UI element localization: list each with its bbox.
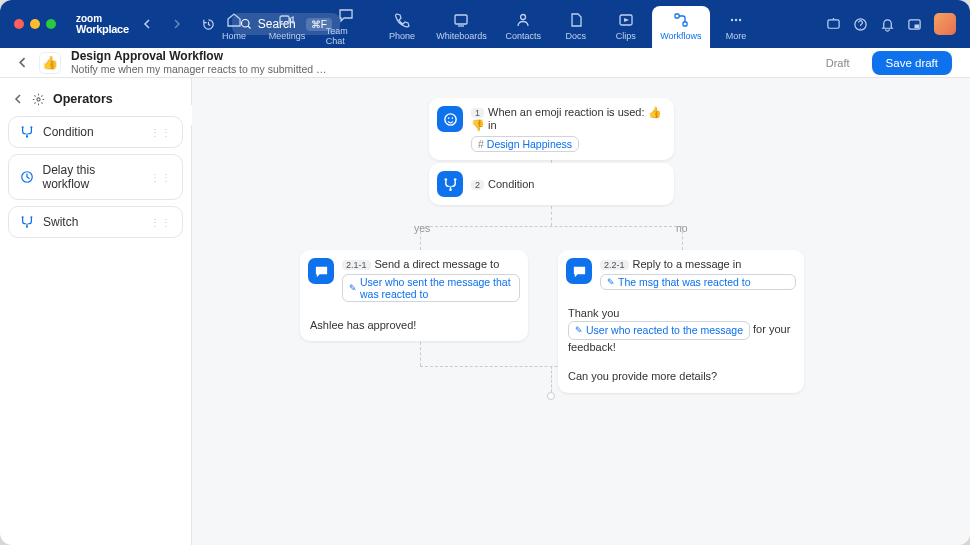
channel-chip[interactable]: #Design Happiness [471, 136, 579, 152]
window-controls [14, 19, 56, 29]
logo-bottom: Workplace [76, 24, 129, 35]
message-body: Thank you ✎User who reacted to the messa… [566, 306, 796, 355]
svg-point-27 [449, 188, 451, 190]
home-icon [226, 12, 242, 28]
nav-teamchat[interactable]: Team Chat [316, 6, 376, 48]
step-number: 1 [471, 108, 484, 118]
nav-meetings[interactable]: Meetings [260, 6, 314, 48]
branch-yes-label: yes [414, 222, 430, 234]
close-window[interactable] [14, 19, 24, 29]
svg-point-9 [739, 18, 741, 20]
svg-point-8 [735, 18, 737, 20]
condition-node[interactable]: 2Condition [429, 163, 674, 205]
action-title: 2.2-1Reply to a message in [600, 258, 796, 270]
svg-point-7 [731, 18, 733, 20]
branch-icon [19, 125, 35, 139]
operator-delay[interactable]: Delay this workflow ⋮⋮ [8, 154, 183, 200]
chat-icon [338, 7, 354, 23]
message-icon [566, 258, 592, 284]
branch-no-label: no [676, 222, 688, 234]
nav-contacts[interactable]: Contacts [497, 6, 550, 48]
top-nav: Home Meetings Team Chat Phone Whiteboard… [210, 0, 760, 48]
workflow-header: 👍 Design Approval Workflow Notify me whe… [0, 48, 970, 78]
svg-point-16 [30, 126, 32, 128]
chevron-left-icon[interactable] [14, 94, 24, 104]
nav-home[interactable]: Home [210, 6, 258, 48]
workflow-canvas[interactable]: 1When an emoji reaction is used: 👍 👎 in … [192, 78, 970, 545]
back-button[interactable] [18, 57, 29, 68]
operator-switch[interactable]: Switch ⋮⋮ [8, 206, 183, 238]
logo-top: zoom [76, 14, 129, 24]
save-draft-button[interactable]: Save draft [872, 51, 952, 75]
svg-point-24 [451, 117, 453, 119]
operator-label: Switch [43, 215, 78, 229]
workflow-subtitle: Notify me when my manager reacts to my s… [71, 63, 327, 75]
nav-workflows[interactable]: Workflows [652, 6, 710, 48]
user-variable-chip[interactable]: ✎User who reacted to the message [568, 321, 750, 340]
operator-condition[interactable]: Condition ⋮⋮ [8, 116, 183, 148]
bell-icon[interactable] [880, 17, 895, 32]
svg-point-14 [37, 97, 40, 100]
emoji-reaction-icon [437, 106, 463, 132]
app-logo: zoom Workplace [76, 14, 129, 35]
drag-handle-icon: ⋮⋮ [150, 217, 172, 228]
svg-point-19 [22, 216, 24, 218]
svg-point-15 [22, 126, 24, 128]
nav-docs[interactable]: Docs [552, 6, 600, 48]
user-avatar[interactable] [934, 13, 956, 35]
action-reply[interactable]: 2.2-1Reply to a message in ✎The msg that… [558, 250, 804, 393]
trigger-text: 1When an emoji reaction is used: 👍 👎 in [471, 106, 666, 132]
message-icon [308, 258, 334, 284]
svg-rect-13 [915, 24, 920, 28]
maximize-window[interactable] [46, 19, 56, 29]
docs-icon [568, 12, 584, 28]
sidebar-title: Operators [53, 92, 113, 106]
drag-handle-icon: ⋮⋮ [150, 127, 172, 138]
svg-rect-1 [280, 16, 289, 24]
message-body-line2: Can you provide more details? [566, 369, 796, 384]
trigger-node[interactable]: 1When an emoji reaction is used: 👍 👎 in … [429, 98, 674, 160]
workflow-emoji-icon[interactable]: 👍 [39, 52, 61, 74]
nav-forward[interactable] [167, 19, 185, 29]
connector [551, 206, 552, 226]
app-window: zoom Workplace Search ⌘F Home Meetings [0, 0, 970, 545]
miniplayer-icon[interactable] [907, 17, 922, 32]
svg-point-21 [26, 226, 28, 228]
nav-phone[interactable]: Phone [378, 6, 426, 48]
gear-icon[interactable] [32, 93, 45, 106]
step-number: 2.1-1 [342, 260, 371, 270]
message-variable-chip[interactable]: ✎The msg that was reacted to [600, 274, 796, 290]
workflows-icon [673, 12, 689, 28]
user-variable-chip[interactable]: ✎User who sent the message that was reac… [342, 274, 520, 302]
svg-point-23 [447, 117, 449, 119]
svg-point-25 [444, 178, 446, 180]
help-icon[interactable] [853, 17, 868, 32]
minimize-window[interactable] [30, 19, 40, 29]
nav-whiteboards[interactable]: Whiteboards [428, 6, 495, 48]
draft-status: Draft [826, 57, 850, 69]
operator-label: Condition [43, 125, 94, 139]
message-body: Ashlee has approved! [308, 318, 520, 333]
clips-icon [618, 12, 634, 28]
end-node [547, 392, 555, 400]
whiteboard-icon [453, 12, 469, 28]
nav-more[interactable]: More [712, 6, 760, 48]
svg-rect-2 [455, 15, 467, 24]
step-number: 2 [471, 180, 484, 190]
branch-icon [19, 215, 35, 229]
svg-point-3 [521, 14, 526, 19]
step-number: 2.2-1 [600, 260, 629, 270]
connector [420, 226, 682, 227]
action-send-dm[interactable]: 2.1-1Send a direct message to ✎User who … [300, 250, 528, 341]
clock-icon [19, 170, 35, 184]
nav-back[interactable] [139, 19, 157, 29]
drag-handle-icon: ⋮⋮ [150, 172, 172, 183]
titlebar: zoom Workplace Search ⌘F Home Meetings [0, 0, 970, 48]
present-icon[interactable] [826, 17, 841, 32]
sidebar-header: Operators [8, 88, 183, 116]
nav-clips[interactable]: Clips [602, 6, 650, 48]
workflow-body: Operators Condition ⋮⋮ Delay this workfl… [0, 78, 970, 545]
video-icon [279, 12, 295, 28]
connector [551, 366, 552, 392]
operator-label: Delay this workflow [43, 163, 143, 191]
